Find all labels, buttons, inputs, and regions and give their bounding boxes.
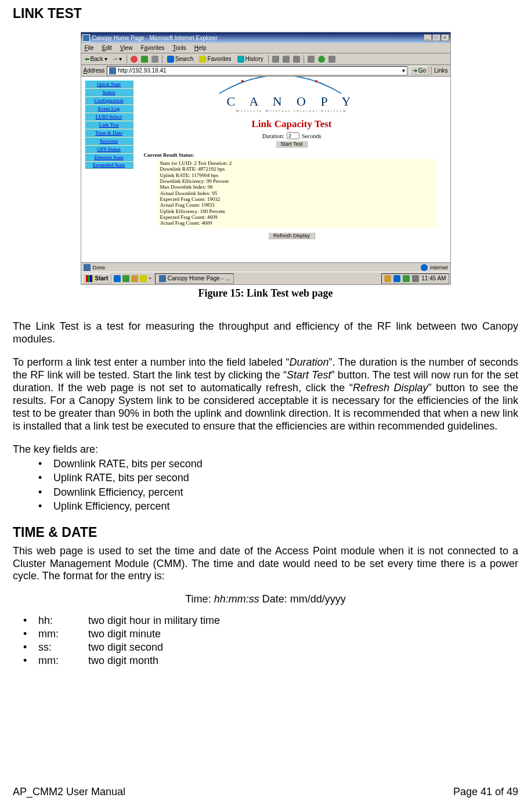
canopy-logo: C A N O P Y bbox=[227, 94, 357, 109]
tray-icon[interactable] bbox=[384, 275, 391, 282]
duration-unit: Seconds bbox=[302, 133, 321, 139]
address-field[interactable]: http://192.93.18.41 ▾ bbox=[107, 66, 407, 75]
quicklaunch-icon[interactable] bbox=[131, 275, 138, 282]
search-button[interactable]: Search bbox=[166, 56, 195, 63]
result-line: Uplink RATE: 1179904 bps bbox=[160, 172, 434, 178]
time-date-format: Time: hh:mm:ss Date: mm/dd/yyyy bbox=[13, 593, 518, 605]
status-done: Done bbox=[93, 265, 106, 270]
quicklaunch-icon[interactable] bbox=[140, 275, 147, 282]
page-icon bbox=[109, 67, 116, 74]
maximize-button[interactable]: □ bbox=[432, 34, 440, 41]
address-label: Address bbox=[84, 67, 105, 74]
list-item: mm:two digit month bbox=[38, 655, 518, 667]
tray-icon[interactable] bbox=[393, 275, 400, 282]
canopy-arc-icon bbox=[216, 77, 344, 96]
nav-event-log[interactable]: Event Log bbox=[85, 104, 133, 113]
duration-input[interactable] bbox=[287, 132, 299, 139]
favorites-button[interactable]: Favorites bbox=[198, 56, 232, 63]
internet-zone-icon bbox=[421, 264, 428, 271]
home-icon[interactable] bbox=[151, 56, 158, 63]
list-item: ss:two digit second bbox=[38, 641, 518, 654]
edit-icon[interactable] bbox=[293, 56, 300, 63]
nav-luid-select[interactable]: LUID Select bbox=[85, 113, 133, 121]
start-test-button[interactable]: Start Test bbox=[276, 140, 308, 147]
links-label[interactable]: Links bbox=[434, 67, 447, 74]
ie-icon bbox=[159, 275, 166, 282]
window-titlebar: Canopy Home Page - Microsoft Internet Ex… bbox=[81, 33, 450, 43]
print-icon[interactable] bbox=[283, 56, 290, 63]
refresh-icon[interactable] bbox=[141, 56, 148, 63]
footer-page-number: Page 41 of 49 bbox=[453, 786, 518, 798]
result-line: Actual Frag Count: 19833 bbox=[160, 202, 434, 208]
menu-edit[interactable]: Edit bbox=[102, 45, 112, 51]
nav-quick-start[interactable]: Quick Start bbox=[85, 80, 133, 88]
page-footer: AP_CMM2 User Manual Page 41 of 49 bbox=[13, 786, 518, 798]
key-fields-label: The key fields are: bbox=[13, 443, 518, 456]
forward-button[interactable]: ➡ ▾ bbox=[112, 56, 123, 62]
result-box: Stats for LUID: 2 Test Duration: 2 Downl… bbox=[158, 159, 436, 228]
nav-gps-status[interactable]: GPS Status bbox=[85, 145, 133, 153]
go-button[interactable]: ➜Go bbox=[410, 66, 429, 75]
browser-status-bar: Done Internet bbox=[81, 262, 450, 272]
paragraph-time-date: This web page is used to set the time an… bbox=[13, 545, 518, 583]
window-title: Canopy Home Page - Microsoft Internet Ex… bbox=[92, 35, 218, 41]
history-button[interactable]: History bbox=[236, 56, 265, 63]
nav-ethernet-stats[interactable]: Ethernet Stats bbox=[85, 153, 133, 161]
tray-icon[interactable] bbox=[403, 275, 410, 282]
address-bar-row: Address http://192.93.18.41 ▾ ➜Go Links bbox=[81, 65, 450, 77]
ie-icon bbox=[82, 34, 90, 42]
stop-icon[interactable] bbox=[131, 56, 138, 63]
refresh-display-button[interactable]: Refresh Display bbox=[268, 232, 316, 239]
result-line: Actual Downlink Index: 95 bbox=[160, 190, 434, 196]
windows-taskbar: Start » Canopy Home Page - ... 11:45 AM bbox=[81, 272, 450, 284]
canopy-subtitle: Motorola Wireless Internet Platform bbox=[236, 109, 347, 113]
nav-status[interactable]: Status bbox=[85, 88, 133, 96]
svg-point-0 bbox=[241, 80, 244, 82]
nav-sidebar: Quick Start Status Configuration Event L… bbox=[81, 80, 133, 262]
section-heading-link-test: LINK TEST bbox=[13, 6, 518, 21]
minimize-button[interactable]: _ bbox=[424, 34, 432, 41]
footer-doc-title: AP_CMM2 User Manual bbox=[13, 786, 125, 798]
result-line: Downlink Efficiency: 99 Percent bbox=[160, 178, 434, 184]
paragraph-link-test-intro: The Link Test is a test for measuring th… bbox=[13, 320, 518, 346]
section-heading-time-date: TIME & DATE bbox=[13, 525, 518, 540]
current-result-status-label: Current Result Status: bbox=[144, 152, 194, 158]
address-url: http://192.93.18.41 bbox=[118, 67, 166, 74]
screenshot-link-test-page: Canopy Home Page - Microsoft Internet Ex… bbox=[81, 32, 451, 285]
result-line: Expected Frag Count: 4609 bbox=[160, 214, 434, 220]
nav-time-date[interactable]: Time & Date bbox=[85, 129, 133, 137]
messenger-icon[interactable] bbox=[318, 56, 325, 63]
quicklaunch-icon[interactable] bbox=[114, 275, 121, 282]
menu-bar: File Edit View Favorites Tools Help bbox=[81, 43, 450, 53]
result-line: Uplink Efficiency: 100 Percent bbox=[160, 208, 434, 214]
status-zone: Internet bbox=[430, 265, 448, 270]
menu-view[interactable]: View bbox=[120, 45, 133, 51]
menu-favorites[interactable]: Favorites bbox=[140, 45, 164, 51]
list-item: Downlink Efficiency, percent bbox=[38, 486, 518, 499]
result-line: Downlink RATE: 4872192 bps bbox=[160, 166, 434, 172]
list-item: Uplink RATE, bits per second bbox=[38, 471, 518, 485]
menu-file[interactable]: File bbox=[85, 45, 94, 51]
discuss-icon[interactable] bbox=[308, 56, 315, 63]
nav-configuration[interactable]: Configuration bbox=[85, 96, 133, 104]
start-button[interactable]: Start bbox=[82, 273, 112, 284]
key-fields-list: Downlink RATE, bits per second Uplink RA… bbox=[13, 457, 518, 513]
menu-tools[interactable]: Tools bbox=[173, 45, 186, 51]
nav-link-test[interactable]: Link Test bbox=[85, 121, 133, 129]
nav-sessions[interactable]: Sessions bbox=[85, 137, 133, 145]
list-item: hh:two digit hour in military time bbox=[38, 615, 518, 627]
tray-icon[interactable] bbox=[412, 275, 419, 282]
mail-icon[interactable] bbox=[272, 56, 279, 63]
paragraph-link-test-howto: To perform a link test enter a number in… bbox=[13, 356, 518, 433]
figure-caption: Figure 15: Link Test web page bbox=[13, 287, 518, 299]
related-icon[interactable] bbox=[328, 56, 335, 63]
back-button[interactable]: ⬅Back ▾ bbox=[84, 56, 109, 62]
quicklaunch-icon[interactable] bbox=[122, 275, 129, 282]
nav-expanded-stats[interactable]: Expanded Stats bbox=[85, 161, 133, 169]
result-line: Expected Frag Count: 19032 bbox=[160, 196, 434, 202]
close-button[interactable]: × bbox=[441, 34, 449, 41]
taskbar-clock: 11:45 AM bbox=[421, 275, 446, 282]
taskbar-app-canopy[interactable]: Canopy Home Page - ... bbox=[155, 273, 234, 284]
menu-help[interactable]: Help bbox=[194, 45, 207, 51]
result-line: Stats for LUID: 2 Test Duration: 2 bbox=[160, 160, 434, 166]
